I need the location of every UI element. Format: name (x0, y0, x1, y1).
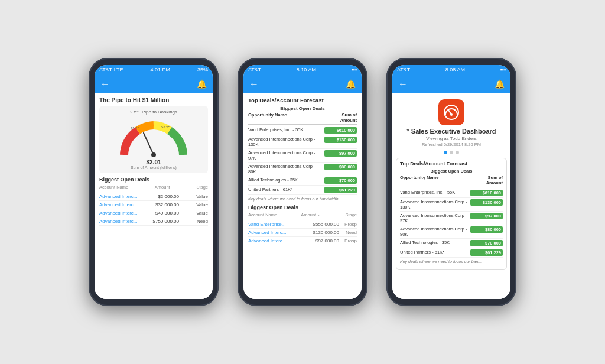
p3-deal-amount: $80,000 (470, 226, 503, 233)
deals-row: Advanced Interconnections Corp - 80K $80… (248, 162, 357, 176)
deals-rows-2: Vand Enterprises, Inc. - 55K $610,000 Ad… (248, 126, 357, 195)
deal-name: Allied Technologies - 35K (248, 177, 324, 183)
bo-row-amount: $555,000.00 (313, 222, 340, 227)
bo-row-amount: $130,000.00 (313, 230, 340, 235)
row-stage: Value (179, 202, 208, 207)
p3-deal-amount: $61,229 (470, 249, 503, 256)
bell-icon-3: 🔔 (495, 79, 505, 89)
row-amount: $750,000.00 (147, 219, 179, 224)
status-bar-1: AT&T LTE 4:01 PM 35% (95, 65, 213, 74)
row-name: Advanced Interc... (99, 194, 147, 199)
deal-name: Vand Enterprises, Inc. - 55K (248, 127, 324, 132)
p3-deal-amount: $70,000 (470, 240, 503, 246)
dot-2 (450, 151, 453, 154)
gauge-container: 2.5:1 Pipe to Bookings (99, 106, 208, 173)
row-name: Advanced Interc... (99, 219, 147, 224)
col-header-name: Account Name (99, 184, 128, 190)
deals-row: Advanced Interconnections Corp - 130K $1… (248, 135, 357, 149)
p3-deal-name: Advanced Interconnections Corp - 130K (400, 199, 470, 210)
time-1: 4:01 PM (150, 67, 170, 73)
nav-bar-3: ← 🔔 (392, 74, 510, 93)
time-2: 8:10 AM (297, 67, 316, 73)
bo-row-name: Advanced Interc... (248, 238, 315, 243)
phone-2: AT&T 8:10 AM ▪▪▪ ← 🔔 Top Deals/Account F… (238, 58, 367, 306)
battery-2: ▪▪▪ (351, 67, 357, 73)
deals-row: Allied Technologies - 35K $70,000 (248, 176, 357, 186)
bo-header-2: Account Name Amount ⌄ Stage (248, 212, 357, 219)
p3-deal-name: Advanced Interconnections Corp - 97K (400, 213, 470, 223)
battery-1: 35% (197, 67, 208, 73)
gauge-sub: Sum of Amount (Millions) (103, 165, 204, 170)
p3-deal-amount: $610,000 (470, 190, 503, 196)
bo-rows-2: Vand Enterprise... $555,000.00 Prosp Adv… (248, 220, 357, 245)
phone-3: AT&T 8:08 AM ▪▪▪ ← 🔔 * Sales Executive (386, 58, 516, 306)
gauge-value: $2.01 (103, 159, 204, 165)
content-2: Top Deals/Account Forecast Biggest Open … (243, 93, 362, 299)
p3-card: Top Deals/Account Forecast Biggest Open … (396, 158, 507, 270)
table-row: Advanced Interc... $750,000.00 Need (99, 217, 208, 226)
deals-header-2: Opportunity Name Sum of Amount (248, 112, 357, 125)
deals-row: Advanced Interconnections Corp - 97K $97… (248, 149, 357, 162)
nav-bar-2: ← 🔔 (243, 74, 362, 93)
bo-row-stage: Prosp (339, 238, 357, 243)
row-name: Advanced Interc... (99, 210, 147, 216)
col-header-stage: Stage (196, 184, 208, 190)
back-arrow-2[interactable]: ← (249, 79, 259, 89)
status-bar-2: AT&T 8:10 AM ▪▪▪ (243, 65, 362, 74)
svg-point-1 (151, 152, 156, 157)
gauge-chart: $0.00 $1.25 $2.55 $3.00 (115, 116, 192, 158)
table-row: Advanced Interc... $49,300.00 Value (99, 209, 208, 217)
p3-card-title: Top Deals/Account Forecast (400, 161, 503, 167)
bo-row-name: Advanced Interc... (248, 230, 313, 235)
back-arrow-3[interactable]: ← (398, 79, 408, 89)
deal-amount: $97,000 (324, 150, 357, 157)
table-row: Advanced Interc... $2,000.00 Value (99, 193, 208, 201)
svg-text:$0.00: $0.00 (120, 157, 129, 158)
deal-name: Advanced Interconnections Corp - 130K (248, 136, 324, 147)
p3-biggest-header: Biggest Open Deals (400, 168, 503, 174)
deals-row: Vand Enterprises, Inc. - 55K $610,000 (248, 126, 357, 135)
phone-1: AT&T LTE 4:01 PM 35% ← 🔔 The Pipe to Hit… (89, 58, 219, 306)
deals-row-3: Advanced Interconnections Corp - 97K $97… (400, 212, 503, 225)
deals-row-3: Advanced Interconnections Corp - 80K $80… (400, 225, 503, 239)
p3-deal-amount: $130,000 (470, 199, 503, 206)
scene: AT&T LTE 4:01 PM 35% ← 🔔 The Pipe to Hit… (77, 46, 528, 318)
deal-amount: $130,000 (324, 136, 357, 143)
content-1: The Pipe to Hit $1 Million 2.5:1 Pipe to… (95, 93, 213, 299)
row-stage: Need (179, 219, 208, 224)
dot-3 (456, 151, 459, 154)
deal-name: Advanced Interconnections Corp - 97K (248, 150, 324, 161)
bo-row: Advanced Interc... $130,000.00 Need (248, 229, 357, 237)
bo-row-stage: Need (339, 230, 357, 235)
gauge-svg: $0.00 $1.25 $2.55 $3.00 (103, 116, 204, 158)
svg-text:$2.55: $2.55 (161, 125, 171, 129)
col-header-amount: Amount (155, 184, 170, 190)
row-stage: Value (179, 210, 208, 216)
refreshed: Refreshed 6/29/2014 8:26 PM (422, 142, 481, 147)
deal-amount: $80,000 (324, 164, 357, 170)
dashboard-title: * Sales Executive Dashboard (406, 128, 496, 135)
p3-deal-name: Advanced Interconnections Corp - 80K (400, 226, 470, 237)
deal-amount: $610,000 (324, 127, 357, 134)
row-amount: $2,000.00 (147, 194, 179, 199)
row-amount: $49,300.00 (147, 210, 179, 216)
bo-row: Advanced Interc... $97,000.00 Prosp (248, 237, 357, 245)
dh-sum: Sum of Amount (324, 112, 357, 123)
row-amount: $32,000.00 (147, 202, 179, 207)
back-arrow-1[interactable]: ← (100, 79, 110, 89)
time-3: 8:08 AM (445, 67, 465, 73)
carrier-3: AT&T (397, 67, 410, 73)
carrier-1: AT&T LTE (99, 67, 123, 73)
gauge-label: 2.5:1 Pipe to Bookings (103, 109, 204, 115)
deals-row-3: Vand Enterprises, Inc. - 55K $610,000 (400, 188, 503, 198)
p3-deal-amount: $97,000 (470, 213, 503, 219)
pipe-title: The Pipe to Hit $1 Million (99, 97, 208, 103)
dot-1 (444, 151, 447, 154)
key-deals-note-2: Key deals where we need to focus our ban… (248, 197, 357, 201)
bell-icon-1: 🔔 (197, 79, 207, 89)
p3-sum: Sum of Amount (470, 175, 503, 186)
p3-deal-name: United Partners - 61K* (400, 249, 470, 255)
dh-opp-name: Opportunity Name (248, 112, 324, 123)
speedometer-icon (443, 104, 460, 121)
svg-text:$3.00: $3.00 (179, 157, 188, 158)
